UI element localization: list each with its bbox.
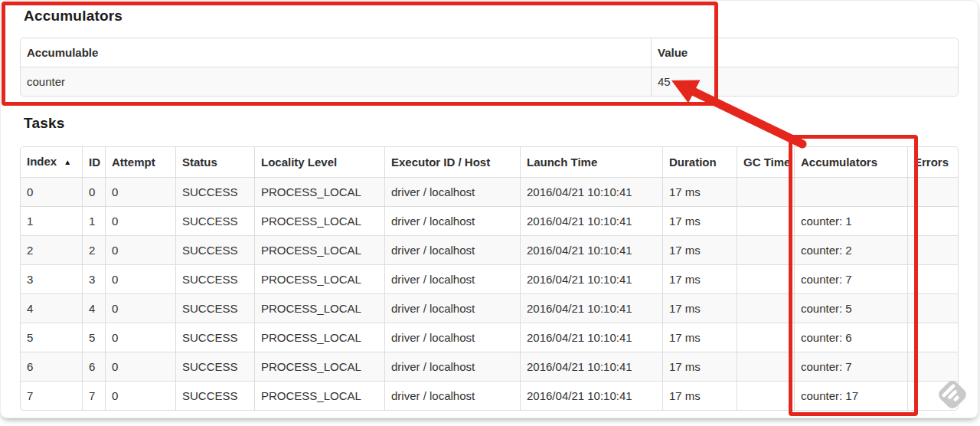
task-cell-index: 1 bbox=[21, 206, 82, 235]
task-cell-executor: driver / localhost bbox=[384, 177, 520, 206]
task-cell-id: 4 bbox=[82, 293, 105, 323]
tasks-column-header-executor[interactable]: Executor ID / Host bbox=[384, 147, 520, 177]
task-cell-gc bbox=[737, 323, 794, 352]
task-cell-status: SUCCESS bbox=[175, 177, 254, 206]
task-cell-errors bbox=[907, 177, 958, 206]
column-header-label: Executor ID / Host bbox=[391, 156, 490, 169]
task-row: 000SUCCESSPROCESS_LOCALdriver / localhos… bbox=[21, 177, 958, 206]
task-cell-errors bbox=[907, 206, 958, 235]
task-cell-status: SUCCESS bbox=[175, 264, 254, 293]
task-cell-id: 3 bbox=[82, 264, 105, 293]
accumulators-column-header-accumulable: Accumulable bbox=[21, 38, 651, 67]
task-cell-accumulators: counter: 2 bbox=[794, 235, 907, 264]
task-row: 550SUCCESSPROCESS_LOCALdriver / localhos… bbox=[21, 323, 958, 352]
task-cell-status: SUCCESS bbox=[175, 293, 254, 323]
tasks-section-heading: Tasks bbox=[24, 115, 64, 132]
task-cell-accumulators: counter: 7 bbox=[794, 264, 907, 293]
tasks-column-header-errors[interactable]: Errors bbox=[907, 147, 958, 177]
tasks-column-header-accumulators[interactable]: Accumulators bbox=[794, 147, 907, 177]
task-cell-accumulators: counter: 17 bbox=[794, 381, 907, 410]
task-cell-gc bbox=[737, 177, 794, 206]
task-cell-gc bbox=[737, 293, 794, 323]
accumulators-table: AccumulableValue counter45 bbox=[20, 38, 959, 97]
spark-stage-detail-page: Accumulators AccumulableValue counter45 … bbox=[0, 0, 978, 418]
accumulator-cell-accumulable: counter bbox=[21, 67, 651, 96]
accumulators-column-header-value: Value bbox=[651, 38, 958, 67]
task-row: 770SUCCESSPROCESS_LOCALdriver / localhos… bbox=[21, 381, 958, 410]
task-cell-duration: 17 ms bbox=[662, 352, 737, 381]
task-cell-attempt: 0 bbox=[105, 323, 175, 352]
accumulator-row: counter45 bbox=[21, 67, 958, 96]
task-cell-status: SUCCESS bbox=[175, 206, 254, 235]
column-header-label: Locality Level bbox=[261, 156, 337, 169]
task-cell-launch: 2016/04/21 10:10:41 bbox=[520, 177, 662, 206]
task-cell-errors bbox=[907, 323, 958, 352]
column-header-label: GC Time bbox=[743, 156, 790, 169]
task-cell-gc bbox=[737, 235, 794, 264]
tasks-column-header-attempt[interactable]: Attempt bbox=[105, 147, 175, 177]
task-cell-id: 2 bbox=[82, 235, 105, 264]
task-cell-locality: PROCESS_LOCAL bbox=[254, 323, 384, 352]
task-cell-index: 5 bbox=[21, 323, 82, 352]
task-cell-locality: PROCESS_LOCAL bbox=[254, 235, 384, 264]
accumulator-cell-value: 45 bbox=[651, 67, 958, 96]
tasks-column-header-locality[interactable]: Locality Level bbox=[254, 147, 384, 177]
column-header-label: Errors bbox=[914, 156, 949, 169]
task-cell-id: 6 bbox=[82, 352, 105, 381]
task-row: 440SUCCESSPROCESS_LOCALdriver / localhos… bbox=[21, 293, 958, 323]
task-cell-errors bbox=[907, 293, 958, 323]
task-cell-launch: 2016/04/21 10:10:41 bbox=[520, 235, 662, 264]
accumulators-section-heading: Accumulators bbox=[24, 8, 122, 25]
task-cell-index: 2 bbox=[21, 235, 82, 264]
task-cell-attempt: 0 bbox=[105, 293, 175, 323]
task-cell-launch: 2016/04/21 10:10:41 bbox=[520, 293, 662, 323]
tasks-column-header-index[interactable]: Index▲ bbox=[21, 147, 82, 177]
task-cell-executor: driver / localhost bbox=[384, 352, 520, 381]
task-cell-gc bbox=[737, 352, 794, 381]
task-cell-duration: 17 ms bbox=[662, 235, 737, 264]
task-cell-gc bbox=[737, 381, 794, 410]
task-cell-index: 7 bbox=[21, 381, 82, 410]
task-cell-launch: 2016/04/21 10:10:41 bbox=[520, 352, 662, 381]
tasks-column-header-duration[interactable]: Duration bbox=[662, 147, 737, 177]
task-row: 220SUCCESSPROCESS_LOCALdriver / localhos… bbox=[21, 235, 958, 264]
task-cell-executor: driver / localhost bbox=[384, 293, 520, 323]
task-cell-status: SUCCESS bbox=[175, 381, 254, 410]
task-cell-errors bbox=[907, 235, 958, 264]
task-cell-id: 0 bbox=[82, 177, 105, 206]
task-cell-executor: driver / localhost bbox=[384, 206, 520, 235]
column-header-label: Accumulators bbox=[801, 156, 877, 169]
column-header-label: Attempt bbox=[112, 156, 155, 169]
sort-ascending-icon: ▲ bbox=[64, 154, 71, 170]
tasks-column-header-id[interactable]: ID bbox=[82, 147, 105, 177]
tasks-column-header-launch[interactable]: Launch Time bbox=[520, 147, 662, 177]
task-cell-gc bbox=[737, 264, 794, 293]
column-header-label: Duration bbox=[669, 156, 717, 169]
task-cell-index: 4 bbox=[21, 293, 82, 323]
tasks-column-header-gc[interactable]: GC Time bbox=[737, 147, 794, 177]
task-cell-accumulators: counter: 6 bbox=[794, 323, 907, 352]
task-cell-status: SUCCESS bbox=[175, 352, 254, 381]
task-cell-status: SUCCESS bbox=[175, 235, 254, 264]
task-cell-errors bbox=[907, 381, 958, 410]
task-row: 660SUCCESSPROCESS_LOCALdriver / localhos… bbox=[21, 352, 958, 381]
task-row: 330SUCCESSPROCESS_LOCALdriver / localhos… bbox=[21, 264, 958, 293]
task-cell-launch: 2016/04/21 10:10:41 bbox=[520, 264, 662, 293]
tasks-table-header-row: Index▲IDAttemptStatusLocality LevelExecu… bbox=[21, 147, 958, 177]
task-cell-launch: 2016/04/21 10:10:41 bbox=[520, 206, 662, 235]
task-cell-executor: driver / localhost bbox=[384, 381, 520, 410]
task-cell-id: 1 bbox=[82, 206, 105, 235]
task-cell-accumulators: counter: 1 bbox=[794, 206, 907, 235]
task-cell-index: 6 bbox=[21, 352, 82, 381]
task-cell-attempt: 0 bbox=[105, 235, 175, 264]
tasks-column-header-status[interactable]: Status bbox=[175, 147, 254, 177]
column-header-label: Index bbox=[27, 155, 57, 168]
task-cell-duration: 17 ms bbox=[662, 381, 737, 410]
task-cell-locality: PROCESS_LOCAL bbox=[254, 381, 384, 410]
task-cell-locality: PROCESS_LOCAL bbox=[254, 264, 384, 293]
accumulators-table-header-row: AccumulableValue bbox=[21, 38, 958, 67]
task-cell-executor: driver / localhost bbox=[384, 323, 520, 352]
task-cell-gc bbox=[737, 206, 794, 235]
task-cell-accumulators: counter: 5 bbox=[794, 293, 907, 323]
task-cell-launch: 2016/04/21 10:10:41 bbox=[520, 381, 662, 410]
